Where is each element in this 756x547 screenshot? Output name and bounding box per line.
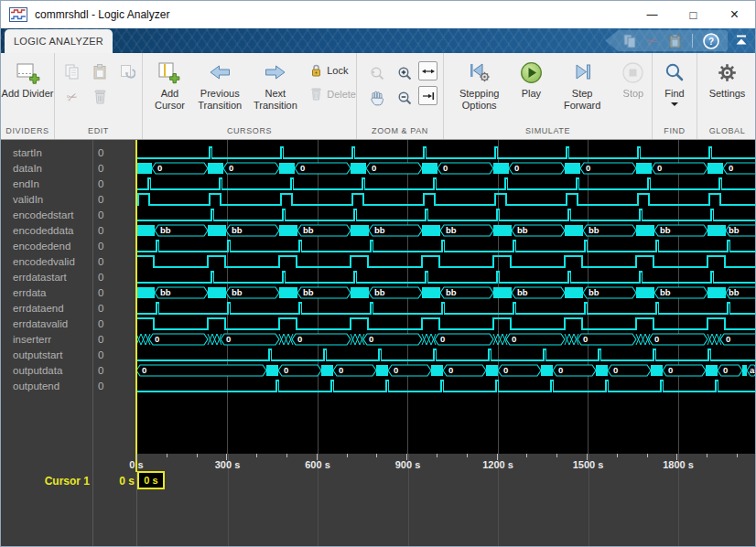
next-transition-button[interactable]: Next Transition (248, 53, 304, 125)
paste-special-icon[interactable] (113, 59, 141, 84)
previous-transition-button[interactable]: Previous Transition (192, 53, 248, 125)
zoom-out-time-icon[interactable] (391, 86, 418, 111)
stop-button[interactable]: Stop (615, 53, 652, 125)
svg-text:0: 0 (729, 163, 733, 173)
cursor-1-line[interactable] (135, 140, 137, 472)
help-icon[interactable]: ? (703, 33, 719, 49)
ribbon-banner: LOGIC ANALYZER ✂ ? (1, 28, 755, 53)
play-button[interactable]: Play (513, 53, 549, 125)
axis-label: 600 s (305, 459, 330, 470)
svg-text:0: 0 (583, 334, 588, 344)
signal-name[interactable]: validIn (13, 192, 90, 208)
stepping-options-button[interactable]: Stepping Options (453, 53, 505, 125)
signal-name[interactable]: startIn (13, 145, 90, 161)
section-label-edit: EDIT (55, 125, 142, 139)
axis-tick (347, 454, 348, 457)
add-cursor-button[interactable]: Add Cursor (147, 53, 192, 125)
copy-icon[interactable] (59, 59, 86, 84)
signal-value: 0 (98, 270, 133, 285)
signal-name[interactable]: outputend (13, 379, 90, 394)
axis-label: 300 s (215, 459, 241, 470)
section-label-simulate: SIMULATE (444, 125, 652, 139)
axis-tick (376, 454, 377, 457)
signal-name[interactable]: encodedstart (13, 208, 90, 223)
svg-text:bb: bb (374, 225, 385, 235)
signal-name[interactable]: errdatastart (13, 270, 90, 285)
svg-text:0: 0 (142, 365, 146, 375)
axis-tick (256, 454, 257, 457)
copy-icon[interactable] (623, 34, 637, 48)
signal-name[interactable]: outputstart (13, 348, 90, 363)
signal-value: 0 (98, 363, 133, 379)
step-forward-button[interactable]: Step Forward (556, 53, 607, 125)
next-transition-icon (264, 59, 286, 86)
find-button[interactable]: Find (653, 53, 697, 125)
add-divider-button[interactable]: Add Divider (1, 53, 54, 125)
svg-text:0: 0 (226, 334, 231, 344)
pan-icon[interactable] (363, 86, 391, 111)
section-label-find: FIND (653, 125, 697, 139)
zoom-in-time-icon[interactable] (391, 61, 418, 86)
add-divider-label: Add Divider (2, 88, 54, 100)
signal-value: 0 (98, 285, 133, 301)
axis-tick (556, 454, 557, 457)
signal-name[interactable]: errdata (13, 285, 90, 301)
signal-name[interactable]: dataIn (13, 161, 90, 177)
svg-text:0: 0 (613, 365, 618, 375)
svg-text:0: 0 (300, 163, 305, 173)
delete-label: Delete (327, 89, 356, 100)
signal-name[interactable]: outputdata (13, 363, 90, 379)
tab-logic-analyzer[interactable]: LOGIC ANALYZER (5, 29, 113, 53)
toolstrip: Add Divider DIVIDERS (1, 53, 755, 140)
cursor-1-marker[interactable]: 0 s (137, 471, 165, 489)
signal-name[interactable]: endIn (13, 177, 90, 192)
svg-text:bb: bb (446, 287, 457, 297)
close-button[interactable]: × (714, 1, 755, 28)
waveform-panel: 000000000bbbbbbbbbbbbbbbbbbbbbbbbbbbbbbb… (1, 140, 755, 547)
svg-text:0: 0 (668, 365, 673, 375)
svg-text:0: 0 (155, 334, 159, 344)
cut-icon[interactable]: ✂ (59, 84, 86, 110)
axis-tick (617, 454, 618, 457)
svg-text:bb: bb (232, 287, 243, 297)
delete-cursor-button[interactable]: Delete (310, 88, 356, 101)
axis-label: 900 s (395, 459, 421, 470)
zoom-out-full-icon[interactable] (363, 61, 391, 86)
paste-icon[interactable] (668, 34, 682, 48)
svg-text:bb: bb (303, 287, 314, 297)
cut-icon[interactable]: ✂ (645, 32, 659, 48)
svg-text:0: 0 (394, 365, 398, 375)
settings-label: Settings (709, 88, 746, 100)
add-divider-icon (16, 59, 40, 86)
lock-icon (310, 64, 322, 77)
settings-button[interactable]: Settings (697, 53, 756, 125)
signal-name[interactable]: errdataend (13, 301, 90, 316)
stop-label: Stop (623, 88, 644, 100)
signal-value: 0 (98, 239, 133, 254)
axis-tick (197, 454, 198, 457)
stepping-options-label: Stepping Options (453, 88, 505, 111)
waveform-plot[interactable]: 000000000bbbbbbbbbbbbbbbbbbbbbbbbbbbbbbb… (136, 140, 755, 454)
settings-gear-icon (717, 59, 738, 86)
svg-text:bb: bb (589, 225, 599, 235)
fit-to-view-icon[interactable] (418, 61, 437, 80)
axis-label: 1800 s (663, 459, 694, 470)
pan-to-front-icon[interactable] (418, 86, 437, 105)
maximize-button[interactable]: □ (673, 1, 714, 28)
collapse-toolstrip-icon[interactable] (734, 34, 749, 47)
axis-tick (647, 454, 648, 457)
app-icon (9, 7, 27, 22)
signal-name[interactable]: encodedend (13, 239, 90, 254)
lock-cursor-button[interactable]: Lock (310, 64, 356, 77)
svg-text:0: 0 (369, 334, 373, 344)
signal-name[interactable]: encodedvalid (13, 254, 90, 270)
paste-icon[interactable] (86, 59, 113, 84)
svg-text:0: 0 (229, 163, 233, 173)
minimize-button[interactable]: — (632, 1, 673, 28)
delete-icon[interactable] (86, 84, 113, 110)
signal-name[interactable]: errdatavalid (13, 316, 90, 332)
svg-text:0: 0 (726, 334, 730, 344)
signal-name[interactable]: encodeddata (13, 223, 90, 239)
signal-value: 0 (98, 301, 133, 316)
signal-name[interactable]: inserterr (13, 332, 90, 348)
